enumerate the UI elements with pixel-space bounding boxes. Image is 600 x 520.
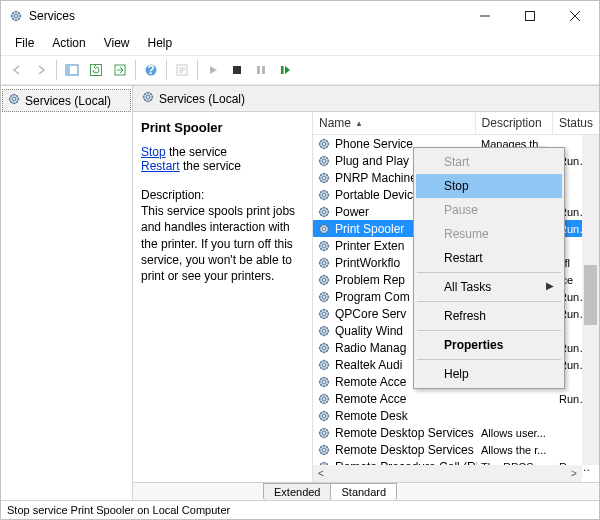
col-status[interactable]: Status [553, 112, 599, 134]
menu-action[interactable]: Action [44, 33, 93, 53]
service-name: Remote Desktop Services [335, 426, 474, 440]
sort-asc-icon: ▲ [355, 119, 363, 128]
svg-rect-16 [281, 66, 284, 74]
service-gear-icon [317, 256, 331, 270]
svg-rect-2 [525, 12, 534, 21]
service-name: Remote Desk [335, 409, 408, 423]
tree-root-label: Services (Local) [25, 94, 111, 108]
service-gear-icon [317, 409, 331, 423]
service-desc: Allows user... [477, 427, 555, 439]
restart-link[interactable]: Restart [141, 159, 180, 173]
service-gear-icon [317, 188, 331, 202]
status-bar: Stop service Print Spooler on Local Comp… [1, 500, 599, 519]
service-gear-icon [317, 392, 331, 406]
stop-service-button[interactable] [225, 58, 249, 82]
service-name: Program Com [335, 290, 410, 304]
svg-rect-5 [91, 65, 102, 76]
service-name: Quality Wind [335, 324, 403, 338]
scroll-thumb[interactable] [584, 265, 597, 325]
service-gear-icon [317, 239, 331, 253]
ctx-refresh[interactable]: Refresh [416, 304, 562, 328]
service-name: PrintWorkflo [335, 256, 400, 270]
service-row[interactable]: Remote Desk [313, 407, 599, 424]
scroll-right-icon[interactable]: > [566, 468, 582, 479]
svg-rect-13 [233, 66, 241, 74]
forward-button[interactable] [29, 58, 53, 82]
detail-service-name: Print Spooler [141, 120, 304, 135]
service-gear-icon [317, 358, 331, 372]
ctx-all-tasks[interactable]: All Tasks▶ [416, 275, 562, 299]
service-gear-icon [317, 290, 331, 304]
service-row[interactable]: Remote AcceRunning [313, 390, 599, 407]
menu-view[interactable]: View [96, 33, 138, 53]
tree-gear-icon [7, 92, 21, 109]
view-tabs: Extended Standard [133, 482, 599, 500]
titlebar: Services [1, 1, 599, 31]
close-button[interactable] [552, 2, 597, 30]
maximize-button[interactable] [507, 2, 552, 30]
service-gear-icon [317, 426, 331, 440]
service-gear-icon [317, 375, 331, 389]
stop-link[interactable]: Stop [141, 145, 166, 159]
horizontal-scrollbar[interactable]: <> [313, 465, 582, 482]
ctx-properties[interactable]: Properties [416, 333, 562, 357]
service-name: QPCore Serv [335, 307, 406, 321]
toolbar: ? [1, 55, 599, 85]
minimize-button[interactable] [462, 2, 507, 30]
show-hide-button[interactable] [60, 58, 84, 82]
service-row[interactable]: Remote Desktop Services U...Allows the r… [313, 441, 599, 458]
content-header: Services (Local) [133, 86, 599, 112]
tree-root-item[interactable]: Services (Local) [2, 89, 131, 112]
service-row[interactable]: Remote Desktop ServicesAllows user... [313, 424, 599, 441]
service-gear-icon [317, 341, 331, 355]
svg-text:?: ? [147, 63, 154, 77]
desc-text: This service spools print jobs and handl… [141, 203, 304, 284]
service-name: Remote Desktop Services U... [335, 443, 477, 457]
service-gear-icon [317, 307, 331, 321]
tree-pane: Services (Local) [1, 86, 133, 500]
header-title: Services (Local) [159, 92, 245, 106]
refresh-button[interactable] [84, 58, 108, 82]
restart-service-button[interactable] [273, 58, 297, 82]
ctx-stop[interactable]: Stop [416, 174, 562, 198]
svg-rect-15 [262, 66, 265, 74]
service-list: Name ▲ Description Status Phone ServiceM… [313, 112, 599, 482]
service-name: Plug and Play [335, 154, 409, 168]
service-desc: Allows the r... [477, 444, 555, 456]
ctx-start: Start [416, 150, 562, 174]
export-button[interactable] [108, 58, 132, 82]
col-name[interactable]: Name ▲ [313, 112, 476, 134]
svg-rect-14 [257, 66, 260, 74]
start-service-button[interactable] [201, 58, 225, 82]
service-name: Radio Manag [335, 341, 406, 355]
service-gear-icon [317, 137, 331, 151]
service-gear-icon [317, 205, 331, 219]
tab-extended[interactable]: Extended [263, 483, 331, 500]
help-button[interactable]: ? [139, 58, 163, 82]
ctx-restart[interactable]: Restart [416, 246, 562, 270]
stop-suffix: the service [166, 145, 227, 159]
vertical-scrollbar[interactable] [582, 135, 599, 465]
ctx-pause: Pause [416, 198, 562, 222]
menu-file[interactable]: File [7, 33, 42, 53]
col-description[interactable]: Description [476, 112, 553, 134]
header-gear-icon [141, 90, 155, 107]
window-title: Services [29, 9, 462, 23]
pause-service-button[interactable] [249, 58, 273, 82]
properties-button[interactable] [170, 58, 194, 82]
context-menu: Start Stop Pause Resume Restart All Task… [413, 147, 565, 389]
scroll-left-icon[interactable]: < [313, 468, 329, 479]
ctx-help[interactable]: Help [416, 362, 562, 386]
back-button[interactable] [5, 58, 29, 82]
tab-standard[interactable]: Standard [330, 483, 397, 500]
service-gear-icon [317, 273, 331, 287]
svg-rect-4 [66, 65, 70, 75]
menu-help[interactable]: Help [140, 33, 181, 53]
service-name: Print Spooler [335, 222, 404, 236]
service-gear-icon [317, 443, 331, 457]
submenu-arrow-icon: ▶ [546, 280, 554, 291]
service-name: Power [335, 205, 369, 219]
desc-label: Description: [141, 187, 304, 203]
service-name: Realtek Audi [335, 358, 402, 372]
restart-suffix: the service [180, 159, 241, 173]
